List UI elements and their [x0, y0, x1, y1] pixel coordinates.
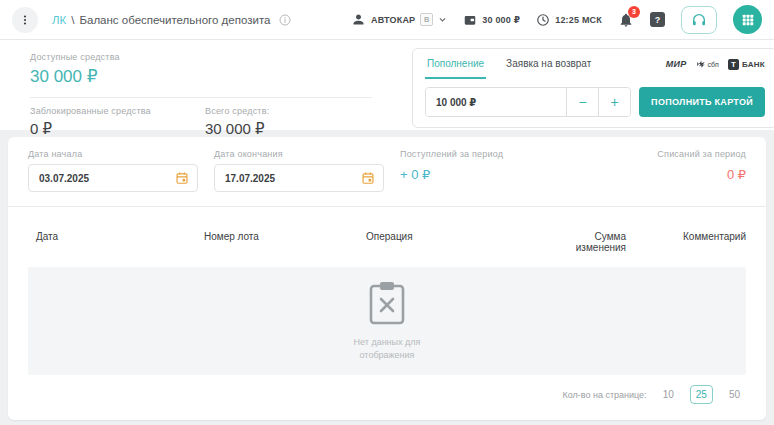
amount-input-group: − + [425, 87, 631, 117]
amount-input[interactable] [426, 88, 566, 116]
income-value: + 0 ₽ [400, 167, 570, 182]
chevron-down-icon [438, 15, 447, 24]
column-amount-change: Сумма изменения [563, 231, 626, 253]
user-name: АВТОКАР [371, 15, 415, 25]
breadcrumb-home-link[interactable]: ЛК [52, 14, 66, 26]
user-role-badge: В [420, 13, 433, 26]
income-summary: Поступлений за период + 0 ₽ [400, 149, 570, 182]
date-from-label: Дата начала [28, 149, 198, 159]
available-funds-label: Доступные средства [30, 52, 380, 62]
filters-row: Дата начала Дата окончания [8, 137, 766, 206]
topup-by-card-button[interactable]: ПОПОЛНИТЬ КАРТОЙ [639, 87, 765, 117]
amount-minus-button[interactable]: − [566, 88, 598, 116]
help-button[interactable]: ? [650, 12, 665, 27]
grid-icon [741, 13, 755, 27]
operations-card: Дата начала Дата окончания [8, 137, 766, 420]
column-comment: Комментарий [626, 231, 746, 253]
date-to-label: Дата окончания [214, 149, 384, 159]
tab-refund-request[interactable]: Заявка на возврат [504, 49, 593, 79]
per-page-label: Кол-во на странице: [562, 390, 646, 400]
total-funds: Всего средств: 30 000 ₽ [205, 106, 380, 138]
expense-label: Списаний за период [657, 149, 746, 159]
apps-grid-button[interactable] [733, 5, 762, 34]
total-funds-value: 30 000 ₽ [205, 120, 380, 138]
payment-systems: МИР сбп Т БАНК [666, 59, 765, 70]
date-to-field: Дата окончания [214, 149, 384, 192]
clock-indicator: 12:25 МСК [536, 13, 602, 27]
kebab-menu-button[interactable] [12, 7, 38, 33]
empty-state: Нет данных для отображения [28, 267, 746, 375]
tbank-icon: Т [728, 59, 739, 70]
available-funds-value: 30 000 ₽ [30, 66, 380, 87]
tab-topup[interactable]: Пополнение [425, 49, 486, 79]
date-to-input[interactable] [225, 173, 361, 184]
column-operation: Операция [358, 231, 563, 253]
date-from-field: Дата начала [28, 149, 198, 192]
kebab-icon [19, 14, 31, 26]
date-from-calendar-button[interactable] [175, 171, 189, 185]
page-title: Баланс обеспечительного депозита [79, 14, 270, 26]
topup-card: Пополнение Заявка на возврат МИР сбп Т Б… [412, 48, 774, 128]
wallet-balance-indicator[interactable]: 30 000 ₽ [463, 13, 520, 27]
breadcrumb: ЛК \ Баланс обеспечительного депозита [52, 14, 291, 26]
balance-section: Доступные средства 30 000 ₽ Заблокирован… [0, 40, 774, 130]
calendar-icon [175, 171, 189, 185]
per-page-option-25[interactable]: 25 [690, 385, 713, 404]
topbar-actions: АВТОКАР В 30 000 ₽ 12:25 МСК 3 ? [351, 5, 762, 34]
date-to-calendar-button[interactable] [361, 171, 375, 185]
total-funds-label: Всего средств: [205, 106, 380, 116]
per-page-option-10[interactable]: 10 [657, 385, 680, 404]
sbp-logo: сбп [696, 59, 719, 70]
headphones-icon [691, 12, 707, 28]
notifications-button[interactable]: 3 [618, 12, 634, 28]
per-page-option-50[interactable]: 50 [723, 385, 746, 404]
clock-time: 12:25 МСК [555, 15, 602, 25]
user-icon [351, 12, 366, 27]
balance-summary: Доступные средства 30 000 ₽ Заблокирован… [30, 48, 380, 124]
expense-summary: Списаний за период 0 ₽ [657, 149, 746, 182]
column-date: Дата [28, 231, 196, 253]
tbank-logo: Т БАНК [728, 59, 765, 70]
wallet-balance-value: 30 000 ₽ [482, 15, 520, 25]
support-button[interactable] [681, 6, 717, 34]
blocked-funds: Заблокированные средства 0 ₽ [30, 106, 205, 138]
pagination: Кол-во на странице: 10 25 50 [8, 375, 766, 420]
expense-value: 0 ₽ [657, 167, 746, 182]
notifications-badge: 3 [628, 6, 640, 18]
empty-clipboard-icon [368, 280, 406, 326]
top-header: ЛК \ Баланс обеспечительного депозита АВ… [0, 0, 774, 40]
income-label: Поступлений за период [400, 149, 570, 159]
table-header: Дата Номер лота Операция Сумма изменения… [8, 207, 766, 267]
info-icon[interactable] [279, 14, 291, 26]
column-lot-number: Номер лота [196, 231, 358, 253]
calendar-icon [361, 171, 375, 185]
blocked-funds-value: 0 ₽ [30, 120, 205, 138]
breadcrumb-separator: \ [71, 14, 74, 26]
mir-logo: МИР [666, 59, 687, 69]
clock-icon [536, 13, 550, 27]
page: ЛК \ Баланс обеспечительного депозита АВ… [0, 0, 774, 425]
amount-plus-button[interactable]: + [598, 88, 630, 116]
balance-divider [30, 97, 372, 98]
wallet-icon [463, 13, 477, 27]
blocked-funds-label: Заблокированные средства [30, 106, 205, 116]
empty-state-text: Нет данных для отображения [354, 336, 421, 363]
date-from-input[interactable] [39, 173, 175, 184]
user-account-menu[interactable]: АВТОКАР В [351, 12, 447, 27]
sbp-icon [696, 59, 706, 70]
